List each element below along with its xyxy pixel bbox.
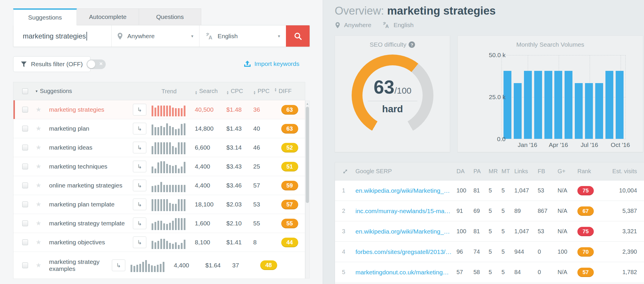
row-checkbox[interactable]: [22, 201, 28, 207]
related-keywords-button[interactable]: ↳: [112, 260, 125, 271]
spark-bar: [178, 245, 180, 249]
select-all-checkbox[interactable]: [22, 88, 28, 94]
spark-bar: [169, 165, 171, 173]
serp-column-header[interactable]: PA: [473, 168, 489, 175]
column-header-suggestions[interactable]: ▾ Suggestions: [36, 88, 152, 94]
tab-autocomplete[interactable]: Autocomplete: [77, 8, 139, 25]
table-row[interactable]: ★marketing plan template↳18,100$2.035357: [13, 195, 305, 214]
table-row[interactable]: ★marketing objectives↳8,100$1.41844: [13, 233, 305, 252]
trend-sparkline: [152, 179, 195, 192]
column-header-diff[interactable]: ▲▼DIFF: [274, 88, 305, 94]
table-row[interactable]: ★online marketing strategies↳4,400$3.465…: [13, 176, 305, 195]
star-icon[interactable]: ★: [36, 262, 49, 269]
column-header-ppc[interactable]: ▲▼PPC: [253, 88, 274, 95]
map-pin-icon: [117, 32, 123, 40]
serp-header: Google SERP DAPAMRMTLinksFBG+RankEst. vi…: [335, 162, 644, 180]
table-row[interactable]: ★marketing ideas↳6,600$3.144652: [13, 138, 305, 157]
row-checkbox[interactable]: [22, 183, 28, 188]
search-volume-value: 14,800: [195, 125, 226, 132]
table-row[interactable]: ★marketing strategy examples↳4,400$1.643…: [13, 252, 305, 279]
spark-bar: [157, 162, 159, 173]
related-keywords-button[interactable]: ↳: [133, 218, 146, 229]
star-icon[interactable]: ★: [36, 106, 49, 113]
trend-sparkline: [152, 217, 195, 230]
spark-bar: [163, 127, 165, 135]
related-keywords-button[interactable]: ↳: [133, 199, 146, 210]
est-visits-value: 3,321: [605, 228, 637, 235]
scrollbar-up-icon[interactable]: ▲: [305, 102, 309, 105]
related-keywords-button[interactable]: ↳: [133, 161, 146, 172]
da-value: 91: [456, 208, 473, 214]
help-icon[interactable]: ?: [409, 41, 415, 48]
tab-questions[interactable]: Questions: [139, 8, 201, 25]
serp-column-header[interactable]: DA: [456, 168, 473, 175]
table-row[interactable]: ★marketing strategy template↳1,600$2.105…: [13, 214, 305, 233]
related-keywords-button[interactable]: ↳: [133, 236, 146, 248]
filter-toggle[interactable]: ✕: [86, 59, 106, 69]
row-checkbox[interactable]: [22, 126, 28, 132]
spark-bar: [172, 204, 174, 211]
star-icon[interactable]: ★: [36, 220, 49, 227]
related-keywords-button[interactable]: ↳: [133, 142, 146, 153]
row-checkbox[interactable]: [22, 220, 28, 226]
table-row[interactable]: ★marketing strategies↳40,500$1.483663: [13, 100, 305, 119]
serp-column-header[interactable]: Est. visits: [605, 168, 637, 175]
star-icon[interactable]: ★: [36, 239, 49, 246]
diff-badge: 59: [281, 181, 298, 190]
location-select[interactable]: Anywhere ▾: [112, 25, 199, 47]
serp-url-link[interactable]: marketingdonut.co.uk/marketing…: [355, 269, 456, 276]
column-header-search[interactable]: ▲▼Search: [195, 88, 226, 95]
star-icon[interactable]: ★: [36, 144, 49, 151]
mt-value: 5: [501, 269, 514, 276]
ppc-value: 53: [253, 201, 274, 208]
serp-column-header[interactable]: MR: [489, 168, 501, 175]
language-select[interactable]: A English ▾: [199, 25, 286, 47]
y-tick-label: 25.0 k: [482, 94, 506, 101]
spark-bar: [152, 106, 153, 116]
table-row[interactable]: ★marketing plan↳14,800$1.434063: [13, 119, 305, 138]
scrollbar-thumb[interactable]: [306, 107, 309, 203]
results-filter-button[interactable]: Results filter (OFF): [13, 56, 91, 72]
pa-value: 74: [473, 248, 489, 255]
bar: [565, 71, 572, 139]
row-checkbox[interactable]: [22, 164, 28, 169]
row-checkbox[interactable]: [22, 145, 28, 150]
diff-badge: 55: [281, 219, 298, 228]
keyword-input[interactable]: marketing strategies: [13, 25, 111, 47]
star-icon[interactable]: ★: [36, 182, 49, 189]
related-keywords-button[interactable]: ↳: [133, 123, 146, 134]
import-keywords-link[interactable]: Import keywords: [244, 60, 299, 67]
keyword-label: marketing plan template: [49, 201, 133, 208]
serp-column-header[interactable]: MT: [501, 168, 514, 175]
spark-bar: [166, 224, 168, 230]
star-icon[interactable]: ★: [36, 125, 49, 132]
star-icon[interactable]: ★: [36, 163, 49, 170]
row-checkbox[interactable]: [22, 239, 28, 245]
search-button[interactable]: [286, 25, 310, 47]
gauge-score-max: /100: [394, 86, 411, 95]
scrollbar-track[interactable]: ▲: [305, 101, 310, 278]
spark-bar: [175, 108, 177, 116]
related-keywords-button[interactable]: ↳: [133, 180, 146, 191]
serp-url-link[interactable]: forbes.com/sites/gregsatell/2013/…: [355, 248, 456, 255]
column-header-cpc[interactable]: ▲▼CPC: [226, 88, 253, 95]
expand-icon[interactable]: [342, 168, 348, 175]
row-checkbox[interactable]: [22, 107, 28, 113]
serp-column-header[interactable]: G+: [558, 168, 577, 175]
star-icon[interactable]: ★: [36, 201, 49, 208]
mr-value: 5: [489, 208, 501, 214]
related-keywords-button[interactable]: ↳: [133, 104, 146, 115]
serp-url-link[interactable]: en.wikipedia.org/wiki/Marketing_…: [355, 187, 456, 194]
serp-url-link[interactable]: en.wikipedia.org/wiki/Marketing_…: [355, 228, 456, 235]
tab-suggestions[interactable]: Suggestions: [13, 8, 77, 25]
serp-column-header[interactable]: Rank: [577, 168, 605, 175]
spark-bar: [133, 266, 135, 272]
map-pin-icon: [335, 22, 340, 29]
serp-url-link[interactable]: inc.com/murray-newlands/15-ma…: [355, 208, 456, 215]
table-row[interactable]: ★marketing techniques↳4,400$3.432551: [13, 157, 305, 176]
serp-column-header[interactable]: Links: [514, 168, 538, 175]
serp-title: Google SERP: [355, 168, 456, 175]
spark-bar: [175, 165, 177, 173]
row-checkbox[interactable]: [22, 262, 28, 268]
serp-column-header[interactable]: FB: [538, 168, 558, 175]
